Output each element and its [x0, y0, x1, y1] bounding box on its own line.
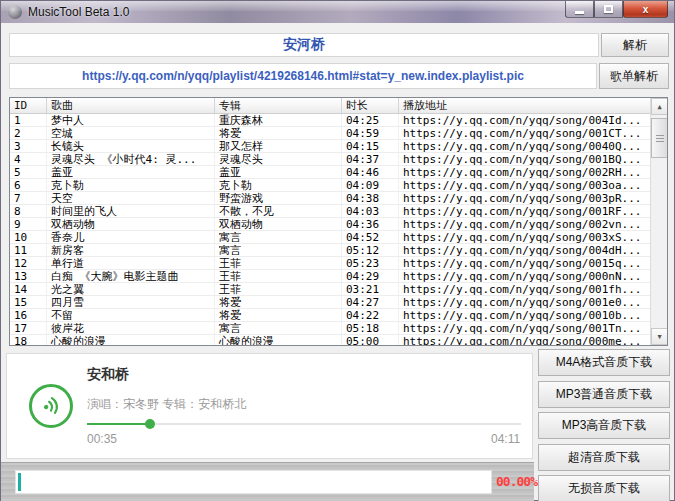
minimize-button[interactable] — [565, 1, 594, 18]
table-row[interactable]: 11 新房客 寓言 05:12 https://y.qq.com/n/yqq/s… — [10, 244, 667, 257]
cell-id: 5 — [10, 166, 47, 178]
cell-album: 野蛮游戏 — [215, 192, 342, 204]
cell-song: 白痴 《大腕》电影主题曲 — [47, 270, 215, 282]
app-icon — [8, 5, 22, 19]
cell-album: 那又怎样 — [215, 140, 342, 152]
download-button-2[interactable]: MP3高音质下载 — [538, 412, 670, 439]
table-row[interactable]: 15 四月雪 将爱 04:27 https://y.qq.com/n/yqq/s… — [10, 296, 667, 309]
cell-id: 4 — [10, 153, 47, 165]
close-button[interactable]: x — [623, 1, 668, 18]
playlist-url-input[interactable] — [9, 63, 597, 89]
audio-wave-icon — [29, 384, 73, 428]
table-scrollbar[interactable]: ▲ ▼ — [650, 98, 667, 345]
download-button-1[interactable]: MP3普通音质下载 — [538, 381, 670, 408]
cell-album: 克卜勒 — [215, 179, 342, 191]
table-body: 1 梦中人 重庆森林 04:25 https://y.qq.com/n/yqq/… — [10, 114, 667, 346]
now-playing-title: 安和桥 — [87, 366, 129, 384]
cell-url: https://y.qq.com/n/yqq/song/004dH... — [399, 244, 667, 256]
cell-duration: 04:36 — [342, 218, 399, 230]
table-row[interactable]: 7 天空 野蛮游戏 04:38 https://y.qq.com/n/yqq/s… — [10, 192, 667, 205]
table-row[interactable]: 1 梦中人 重庆森林 04:25 https://y.qq.com/n/yqq/… — [10, 114, 667, 127]
parse-button[interactable]: 解析 — [601, 33, 669, 57]
cell-duration: 03:21 — [342, 283, 399, 295]
maximize-button[interactable] — [594, 1, 623, 18]
cell-album: 将爱 — [215, 309, 342, 321]
cell-duration: 05:00 — [342, 335, 399, 346]
cell-duration: 04:46 — [342, 166, 399, 178]
window-title: MusicTool Beta 1.0 — [28, 5, 129, 19]
table-row[interactable]: 5 盖亚 盖亚 04:46 https://y.qq.com/n/yqq/son… — [10, 166, 667, 179]
cell-url: https://y.qq.com/n/yqq/song/001RF... — [399, 205, 667, 217]
table-row[interactable]: 9 双栖动物 双栖动物 04:36 https://y.qq.com/n/yqq… — [10, 218, 667, 231]
close-icon: x — [643, 4, 649, 15]
cell-id: 18 — [10, 335, 47, 346]
download-progress-fill — [18, 473, 21, 491]
cell-album: 心酸的浪漫 — [215, 335, 342, 346]
table-row[interactable]: 14 光之翼 王菲 03:21 https://y.qq.com/n/yqq/s… — [10, 283, 667, 296]
cell-url: https://y.qq.com/n/yqq/song/002vn... — [399, 218, 667, 230]
cell-album: 寓言 — [215, 322, 342, 334]
download-progress-track — [15, 470, 492, 494]
cell-url: https://y.qq.com/n/yqq/song/003pR... — [399, 192, 667, 204]
table-row[interactable]: 10 香奈儿 寓言 04:52 https://y.qq.com/n/yqq/s… — [10, 231, 667, 244]
download-button-3[interactable]: 超清音质下载 — [538, 444, 670, 471]
cell-duration: 04:15 — [342, 140, 399, 152]
cell-song: 克卜勒 — [47, 179, 215, 191]
cell-id: 9 — [10, 218, 47, 230]
table-row[interactable]: 3 长镜头 那又怎样 04:15 https://y.qq.com/n/yqq/… — [10, 140, 667, 153]
cell-song: 心酸的浪漫 — [47, 335, 215, 346]
cell-id: 14 — [10, 283, 47, 295]
table-row[interactable]: 16 不留 将爱 04:22 https://y.qq.com/n/yqq/so… — [10, 309, 667, 322]
table-row[interactable]: 18 心酸的浪漫 心酸的浪漫 05:00 https://y.qq.com/n/… — [10, 335, 667, 346]
table-row[interactable]: 17 彼岸花 寓言 05:18 https://y.qq.com/n/yqq/s… — [10, 322, 667, 335]
thumb-grip-icon — [656, 135, 664, 143]
maximize-icon — [604, 5, 613, 13]
download-button-0[interactable]: M4A格式音质下载 — [538, 349, 670, 376]
column-header-song[interactable]: 歌曲 — [47, 98, 215, 113]
cell-url: https://y.qq.com/n/yqq/song/0040Q... — [399, 140, 667, 152]
cell-id: 12 — [10, 257, 47, 269]
cell-song: 天空 — [47, 192, 215, 204]
player-progress-bar[interactable] — [87, 423, 521, 425]
cell-album: 王菲 — [215, 257, 342, 269]
cell-id: 6 — [10, 179, 47, 191]
column-header-duration[interactable]: 时长 — [342, 98, 399, 113]
cell-duration: 04:09 — [342, 179, 399, 191]
table-row[interactable]: 13 白痴 《大腕》电影主题曲 王菲 04:29 https://y.qq.co… — [10, 270, 667, 283]
cell-album: 王菲 — [215, 270, 342, 282]
cell-duration: 04:37 — [342, 153, 399, 165]
table-row[interactable]: 8 时间里的飞人 不散，不见 04:03 https://y.qq.com/n/… — [10, 205, 667, 218]
table-row[interactable]: 2 空城 将爱 04:59 https://y.qq.com/n/yqq/son… — [10, 127, 667, 140]
cell-id: 2 — [10, 127, 47, 139]
cell-album: 将爱 — [215, 127, 342, 139]
cell-song: 双栖动物 — [47, 218, 215, 230]
table-row[interactable]: 12 单行道 王菲 05:23 https://y.qq.com/n/yqq/s… — [10, 257, 667, 270]
player-progress-fill — [87, 423, 150, 425]
column-header-album[interactable]: 专辑 — [215, 98, 342, 113]
cell-duration: 04:29 — [342, 270, 399, 282]
table-row[interactable]: 6 克卜勒 克卜勒 04:09 https://y.qq.com/n/yqq/s… — [10, 179, 667, 192]
table-row[interactable]: 4 灵魂尽头 《小时代4: 灵... 灵魂尽头 04:37 https://y.… — [10, 153, 667, 166]
app-window: MusicTool Beta 1.0 x 解析 歌单解析 ID 歌曲 专辑 时长… — [0, 0, 675, 501]
cell-song: 新房客 — [47, 244, 215, 256]
total-time: 04:11 — [491, 432, 520, 446]
cell-url: https://y.qq.com/n/yqq/song/003xS... — [399, 231, 667, 243]
player-progress-handle[interactable] — [145, 419, 155, 429]
cell-url: https://y.qq.com/n/yqq/song/001fh... — [399, 283, 667, 295]
song-search-input[interactable] — [9, 33, 599, 57]
playlist-parse-button[interactable]: 歌单解析 — [599, 63, 669, 89]
cell-url: https://y.qq.com/n/yqq/song/001BQ... — [399, 153, 667, 165]
scroll-down-icon[interactable]: ▼ — [651, 328, 668, 345]
download-buttons: M4A格式音质下载MP3普通音质下载MP3高音质下载超清音质下载无损音质下载 — [538, 349, 670, 501]
column-header-id[interactable]: ID — [10, 98, 47, 113]
scroll-up-icon[interactable]: ▲ — [651, 98, 668, 115]
column-header-url[interactable]: 播放地址 — [399, 98, 667, 113]
minimize-icon — [575, 11, 584, 14]
download-button-4[interactable]: 无损音质下载 — [538, 475, 670, 501]
cell-song: 灵魂尽头 《小时代4: 灵... — [47, 153, 215, 165]
cell-id: 10 — [10, 231, 47, 243]
scrollbar-thumb[interactable] — [651, 118, 668, 158]
title-bar: MusicTool Beta 1.0 x — [1, 1, 674, 23]
cell-song: 彼岸花 — [47, 322, 215, 334]
cell-album: 将爱 — [215, 296, 342, 308]
